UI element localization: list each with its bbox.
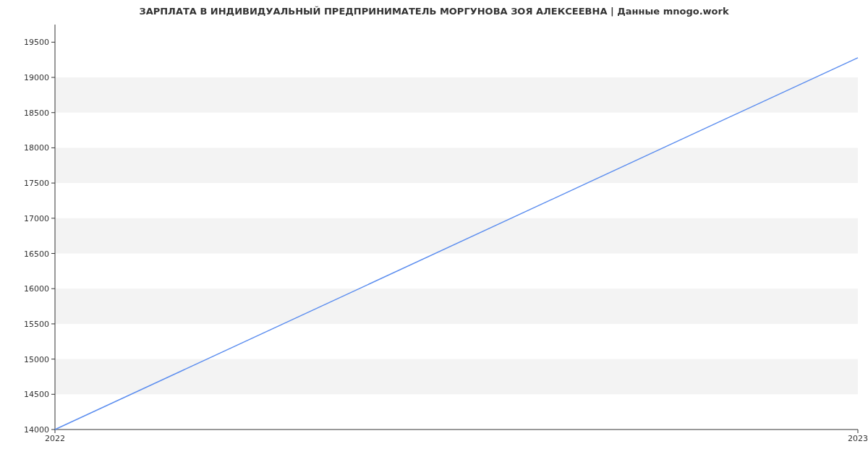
axis-tick-label: 2023	[848, 434, 868, 443]
axis-tick-label: 19500	[24, 38, 49, 47]
axis-tick-label: 14500	[24, 390, 49, 399]
axis-tick-label: 18500	[24, 108, 49, 117]
axis-tick-label: 19000	[24, 73, 49, 82]
svg-rect-0	[55, 359, 858, 395]
axis-tick-label: 18000	[24, 143, 49, 153]
svg-rect-4	[55, 77, 858, 113]
axis-tick-label: 16500	[24, 249, 49, 258]
svg-rect-2	[55, 218, 858, 254]
svg-rect-1	[55, 289, 858, 324]
axis-tick-label: 2022	[45, 434, 65, 443]
chart-container: ЗАРПЛАТА В ИНДИВИДУАЛЬНЫЙ ПРЕДПРИНИМАТЕЛ…	[0, 0, 868, 470]
chart-title: ЗАРПЛАТА В ИНДИВИДУАЛЬНЫЙ ПРЕДПРИНИМАТЕЛ…	[0, 6, 868, 17]
axis-tick-label: 15500	[24, 319, 49, 328]
axis-tick-label: 17500	[24, 179, 49, 188]
svg-rect-3	[55, 148, 858, 183]
axis-tick-label: 14000	[24, 425, 49, 435]
line-chart	[55, 25, 858, 430]
axis-tick-label: 17000	[24, 213, 49, 223]
axis-tick-label: 16000	[24, 284, 49, 294]
plot-area	[55, 25, 858, 430]
axis-tick-label: 15000	[24, 354, 49, 364]
